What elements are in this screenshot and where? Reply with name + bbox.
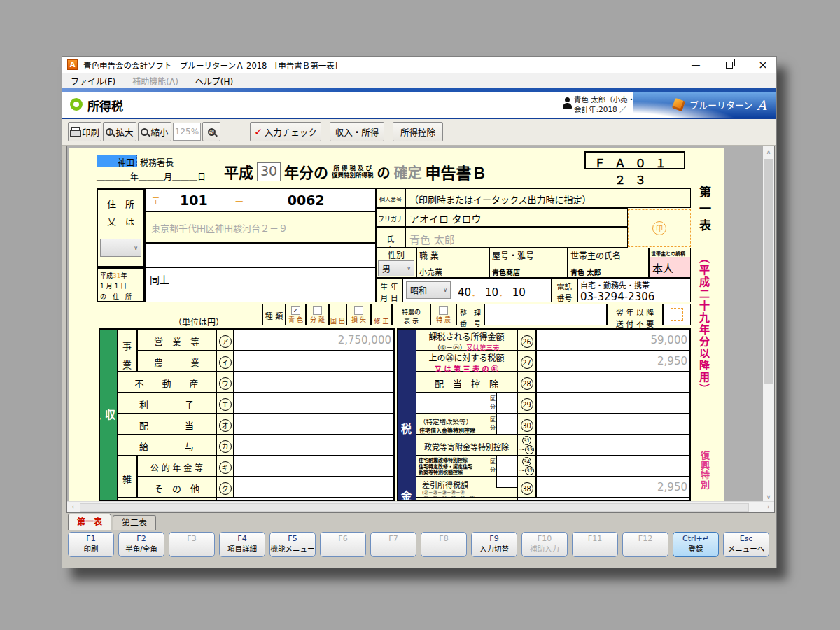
bunri-checkbox[interactable] [313,306,322,315]
minimize-button[interactable]: — [690,59,702,70]
head-cell[interactable]: 世帯主の氏名 青色 太郎 [568,248,649,278]
type-bunri-cell[interactable]: 分 離 [306,304,329,326]
zoom-out-button[interactable]: −縮小 [138,122,172,141]
income-row-value[interactable] [234,372,395,393]
sex-cell: 性別 男 [376,248,416,278]
app-window: A 青色申告会の会計ソフト ブルーリターンＡ 2018 - [申告書Ｂ第一表] … [62,56,777,568]
tab-daiichihyo[interactable]: 第一表 [68,514,111,530]
kubun-box[interactable] [496,414,517,434]
phone-number: 03-3294-2306 [580,290,690,303]
sonshitsu-checkbox[interactable] [354,306,363,315]
kojin-value-cell[interactable]: （印刷時またはイータックス出力時に指定） [405,188,691,208]
income-row-value[interactable] [234,414,395,435]
income-button[interactable]: 収入・所得 [330,122,384,141]
brand-area: ブルーリターン A [633,92,776,118]
birth-label-1: 生 年 [377,281,402,292]
scroll-up-arrow[interactable]: ∧ [763,146,774,158]
income-row-value[interactable] [234,393,395,414]
horizontal-scrollbar[interactable]: ‹ › [67,501,774,512]
fkey-f4[interactable]: F4項目詳細 [219,532,265,557]
phone-value-cell[interactable]: 自宅・勤務先・携帯 03-3294-2306 [578,278,691,302]
relation-cell[interactable]: 世帯主との続柄 本人 [649,248,691,278]
kubun-box[interactable] [496,456,517,476]
type-aoiro-cell[interactable]: ✓青 色 [286,304,306,326]
income-row-label: 給 与 [117,435,216,456]
zoom-level-field[interactable]: 125% [173,122,201,141]
seiri-value-cell[interactable] [484,304,607,326]
street-cell-2[interactable] [145,243,376,267]
brand-a: A [757,97,766,113]
tax-row-value[interactable] [536,372,691,393]
tokuno-checkbox[interactable] [439,306,448,315]
tax-office-field[interactable]: 神田 [97,155,137,167]
tokuno-label: 特 農 [431,315,456,324]
address-type-dropdown[interactable] [100,239,141,257]
birth-era-dropdown[interactable]: 昭和 [406,281,451,299]
shop-cell[interactable]: 屋号・雅号 青色商店 [489,248,568,278]
tax-row-value[interactable]: 2,950 [536,477,691,498]
fkey-f9[interactable]: F9入力切替 [471,532,517,557]
tab-dainihyo[interactable]: 第二表 [113,515,156,530]
type-header-cell: 種 類 [262,304,286,326]
menu-help[interactable]: ヘルプ(H) [187,75,241,87]
fkey-f11: F11 [572,532,618,557]
sonshitsu-label: 損 失 [347,315,370,324]
tax-row-value[interactable] [536,456,691,477]
tax-row-value[interactable]: 2,950 [536,351,691,372]
street-cell[interactable]: 東京都千代田区神田駿河台２－９ [145,211,376,243]
income-row-code: カ [216,435,234,456]
tokuno-hyoji-2: 表 示 [393,316,430,326]
yokunen-checkbox[interactable] [671,308,683,321]
type-kunide-cell[interactable]: 国 出 [329,304,346,326]
year-box[interactable]: 30 [257,162,281,181]
vertical-scrollbar[interactable]: ∧ ∨ [763,146,774,503]
name-value-cell[interactable]: 青色 太郎 [405,227,628,248]
fkey-f2[interactable]: F2半角/全角 [118,532,164,557]
fkey-esc-menu[interactable]: Escメニューへ [723,532,769,557]
menu-file[interactable]: ファイル(F) [62,75,124,87]
zoom-percent-button[interactable]: % [202,122,220,141]
postal-mark: 〒 [151,193,160,206]
tax-row-value[interactable]: 59,000 [536,330,691,351]
fkey-f5[interactable]: F5機能メニュー [270,532,316,557]
job-cell[interactable]: 職 業 小売業 [416,248,489,278]
tokuno-cell[interactable]: 特 農 [430,304,456,326]
type-sonshitsu-cell[interactable]: 損 失 [346,304,371,326]
fkey-f1[interactable]: F1印刷 [68,532,114,557]
income-row-value[interactable] [234,435,395,456]
sex-dropdown[interactable]: 男 [378,260,414,276]
scroll-left-arrow[interactable]: ‹ [67,502,78,513]
birth-value-cell[interactable]: 昭和 40． 10． 10 [402,278,552,302]
zoom-in-button[interactable]: +拡大 [103,122,136,141]
kubun-box[interactable] [496,393,517,413]
vertical-scroll-thumb[interactable] [764,159,774,384]
tax-row-value[interactable] [536,414,691,435]
print-button[interactable]: 印刷 [68,122,102,141]
income-row-value[interactable]: 2,750,000 [234,330,395,351]
income-row-value[interactable] [234,477,395,498]
menu-assist[interactable]: 補助機能(A) [124,75,187,87]
close-button[interactable]: × [757,58,769,71]
input-check-button[interactable]: ✓入力チェック [250,122,321,141]
scroll-right-arrow[interactable]: › [763,502,774,513]
income-table: 収入金額 事業 雑 営 業 等 ア 2,750,000 農 業 イ 不 動 産 … [99,328,395,501]
same-address-cell[interactable]: 同上 [145,267,376,302]
tax-row-label: 上の㉖に対する税額 又 は 第 三 表 の ㊶ [416,351,517,372]
app-icon: A [67,59,78,70]
postal-cell[interactable]: 〒 101 － 0062 [145,188,376,211]
income-row-value[interactable] [234,351,395,372]
horizontal-scroll-thumb[interactable] [80,503,749,512]
income-row-value[interactable] [234,456,395,477]
restore-button[interactable] [726,62,733,69]
type-shusei-cell[interactable]: 修 正 [371,304,392,326]
kana-label-cell: フリガナ [376,208,405,227]
deduction-button[interactable]: 所得控除 [393,122,443,141]
kana-value-cell[interactable]: アオイロ タロウ [405,208,628,227]
tax-row-value[interactable] [536,435,691,456]
jan1-label-cell: 平成31年 1 月 1 日 の 住 所 [97,267,145,302]
aoiro-checkbox[interactable]: ✓ [291,306,300,315]
aoiro-label: 青 色 [286,315,305,324]
fkey-ctrl-register[interactable]: Ctrl+↵登録 [673,532,719,557]
tax-row-value[interactable] [536,393,691,414]
fkey-f3: F3 [169,532,215,557]
